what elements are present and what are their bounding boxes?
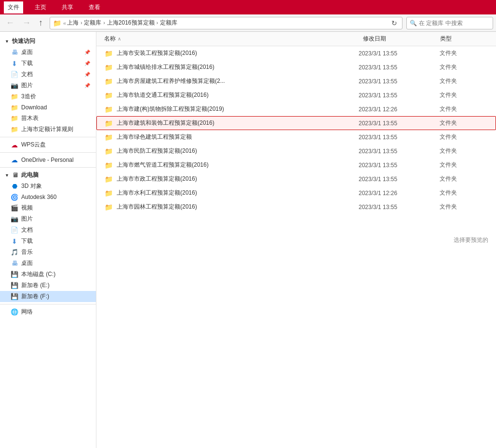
sidebar-item-pictures[interactable]: 📷 图片 📌: [0, 80, 96, 91]
sidebar-item-docs[interactable]: 📄 文档 📌: [0, 69, 96, 80]
folder-icon: 📁: [105, 50, 113, 57]
ribbon-tab-view[interactable]: 查看: [85, 1, 104, 13]
pictures-icon: 📷: [11, 215, 18, 223]
file-type: 文件夹: [440, 63, 488, 71]
table-row[interactable]: 📁上海市建筑和装饰工程预算定额(2016)2023/3/1 13:55文件夹: [96, 116, 496, 130]
folder-icon: 📁: [11, 126, 18, 133]
folder-icon: 📁: [105, 92, 113, 99]
sidebar-item-3jc[interactable]: 📁 3造价: [0, 91, 96, 102]
folder-icon: 📁: [105, 189, 113, 197]
address-bar[interactable]: 📁 « 上海 › 定额库 › 上海2016预算定额 › 定额库 ↻: [50, 17, 402, 29]
col-date-header[interactable]: 修改日期: [363, 35, 440, 43]
path-prefix: «: [63, 20, 66, 26]
ribbon-tab-home[interactable]: 主页: [31, 1, 50, 13]
sidebar-item-label: 图片: [21, 81, 33, 90]
sidebar-item-label: 网络: [21, 308, 33, 316]
up-button[interactable]: ↑: [36, 16, 46, 30]
table-row[interactable]: 📁上海市水利工程预算定额(2016)2023/3/1 12:26文件夹: [96, 186, 496, 200]
table-row[interactable]: 📁上海市房屋建筑工程养护维修预算定额(2...2023/3/1 13:55文件夹: [96, 74, 496, 88]
sidebar-item-3d[interactable]: ⬣ 3D 对象: [0, 181, 96, 192]
folder-icon: 📁: [11, 93, 18, 101]
folder-icon: 📁: [53, 19, 61, 27]
toolbar: ← → ↑ 📁 « 上海 › 定额库 › 上海2016预算定额 › 定额库 ↻ …: [0, 14, 496, 32]
main-layout: ▼ 快速访问 🖶 桌面 📌 ⬇ 下载 📌 📄 文档 📌 📷 图片 �: [0, 32, 496, 448]
sidebar-item-label: 新加卷 (E:): [21, 281, 50, 290]
sidebar-item-network[interactable]: 🌐 网络: [0, 306, 96, 317]
table-row[interactable]: 📁上海市民防工程预算定额(2016)2023/3/1 13:55文件夹: [96, 144, 496, 158]
file-name: 上海市房屋建筑工程养护维修预算定额(2...: [117, 77, 355, 85]
col-type-header[interactable]: 类型: [440, 35, 488, 43]
sidebar-item-pictures2[interactable]: 📷 图片: [0, 213, 96, 224]
file-date: 2023/3/1 12:26: [359, 190, 436, 197]
refresh-button[interactable]: ↻: [389, 18, 399, 28]
file-date: 2023/3/1 13:55: [359, 64, 436, 71]
sidebar-item-label: 下载: [21, 59, 33, 67]
table-row[interactable]: 📁上海市轨道交通工程预算定额(2016)2023/3/1 13:55文件夹: [96, 88, 496, 102]
sidebar-item-onedrive[interactable]: ☁ OneDrive - Personal: [0, 155, 96, 165]
table-row[interactable]: 📁上海市燃气管道工程预算定额(2016)2023/3/1 13:55文件夹: [96, 158, 496, 172]
table-row[interactable]: 📁上海市市政工程预算定额(2016)2023/3/1 13:55文件夹: [96, 172, 496, 186]
drive-e-icon: 💾: [11, 282, 18, 290]
pin-icon: 📌: [84, 83, 90, 88]
sidebar-item-desktop[interactable]: 🖶 桌面 📌: [0, 47, 96, 58]
quick-access-header[interactable]: ▼ 快速访问: [0, 36, 96, 47]
sidebar-item-mumu[interactable]: 📁 苗木表: [0, 113, 96, 124]
sidebar-item-download[interactable]: ⬇ 下载 📌: [0, 58, 96, 69]
sidebar-item-label: 视频: [21, 204, 33, 212]
file-date: 2023/3/1 13:55: [359, 78, 436, 85]
sidebar-item-desktop2[interactable]: 🖶 桌面: [0, 258, 96, 269]
folder-icon: 📁: [11, 115, 18, 122]
table-row[interactable]: 📁上海市绿色建筑工程预算定额2023/3/1 13:55文件夹: [96, 130, 496, 144]
desktop2-icon: 🖶: [11, 260, 18, 267]
music-icon: 🎵: [11, 249, 18, 256]
divider-1: [0, 137, 96, 137]
sidebar-item-label: 图片: [21, 215, 33, 223]
pin-icon: 📌: [84, 61, 90, 66]
sidebar-item-docs2[interactable]: 📄 文档: [0, 224, 96, 236]
sidebar-item-label: 苗木表: [21, 114, 39, 122]
search-bar[interactable]: 🔍: [406, 17, 493, 29]
forward-button[interactable]: →: [19, 16, 34, 30]
table-row[interactable]: 📁上海市建(构)筑物拆除工程预算定额(2019)2023/3/1 12:26文件…: [96, 102, 496, 116]
folder-icon: 📁: [105, 133, 113, 141]
sidebar-item-music[interactable]: 🎵 音乐: [0, 247, 96, 258]
sidebar-item-localc[interactable]: 💾 本地磁盘 (C:): [0, 269, 96, 280]
file-name: 上海市市政工程预算定额(2016): [117, 175, 355, 183]
table-row[interactable]: 📁上海市城镇给排水工程预算定额(2016)2023/3/1 13:55文件夹: [96, 60, 496, 74]
sidebar-item-label: Download: [21, 104, 47, 111]
ribbon-tab-share[interactable]: 共享: [58, 1, 77, 13]
table-row[interactable]: 📁上海市安装工程预算定额(2016)2023/3/1 13:55文件夹: [96, 46, 496, 60]
path-seg-1: 定额库: [84, 19, 101, 27]
file-date: 2023/3/1 13:55: [359, 148, 436, 155]
file-date: 2023/3/1 13:55: [359, 134, 436, 141]
sidebar-item-video[interactable]: 🎬 视频: [0, 202, 96, 213]
sidebar-item-drive-f[interactable]: 💾 新加卷 (F:): [0, 291, 96, 302]
desktop-icon: 🖶: [11, 49, 18, 56]
divider-4: [0, 304, 96, 304]
video-icon: 🎬: [11, 204, 18, 212]
sidebar: ▼ 快速访问 🖶 桌面 📌 ⬇ 下载 📌 📄 文档 📌 📷 图片 �: [0, 32, 96, 448]
sidebar-item-label: 本地磁盘 (C:): [21, 270, 55, 278]
col-name-header[interactable]: 名称 ∧: [104, 35, 363, 43]
ribbon-tab-file[interactable]: 文件: [4, 1, 23, 13]
back-button[interactable]: ←: [3, 16, 17, 30]
file-name: 上海市燃气管道工程预算定额(2016): [117, 161, 355, 169]
thispc-header[interactable]: ▼ 🖥 此电脑: [0, 170, 96, 181]
folder-icon: 📁: [105, 105, 113, 113]
drive-f-icon: 💾: [11, 293, 18, 301]
download3-icon: ⬇: [11, 237, 18, 245]
sidebar-item-shdecal[interactable]: 📁 上海市定额计算规则: [0, 124, 96, 135]
sidebar-item-label: WPS云盘: [21, 141, 46, 149]
sidebar-item-drive-e[interactable]: 💾 新加卷 (E:): [0, 280, 96, 291]
sort-arrow: ∧: [118, 36, 121, 41]
wps-icon: ☁: [11, 141, 18, 149]
sidebar-item-download-folder[interactable]: 📁 Download: [0, 102, 96, 113]
content-header: 名称 ∧ 修改日期 类型: [96, 32, 496, 46]
sidebar-item-wps[interactable]: ☁ WPS云盘: [0, 139, 96, 150]
file-date: 2023/3/1 13:55: [359, 120, 436, 127]
search-input[interactable]: [419, 20, 486, 26]
file-name: 上海市绿色建筑工程预算定额: [117, 133, 355, 141]
sidebar-item-download3[interactable]: ⬇ 下载: [0, 236, 96, 247]
table-row[interactable]: 📁上海市园林工程预算定额(2016)2023/3/1 13:55文件夹: [96, 200, 496, 214]
sidebar-item-autodesk[interactable]: 🌀 Autodesk 360: [0, 192, 96, 202]
